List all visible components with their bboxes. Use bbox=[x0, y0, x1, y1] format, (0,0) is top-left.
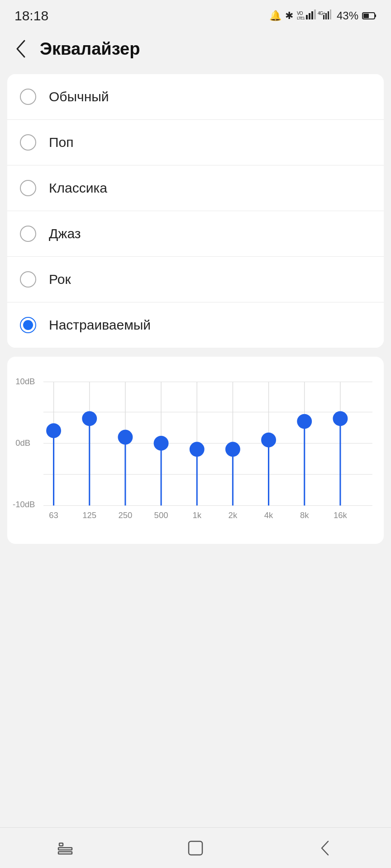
preset-rock-label: Рок bbox=[49, 272, 71, 287]
preset-custom-label: Настраиваемый bbox=[49, 317, 151, 333]
preset-pop-label: Поп bbox=[49, 135, 74, 150]
preset-rock[interactable]: Рок bbox=[7, 257, 384, 302]
preset-normal[interactable]: Обычный bbox=[7, 74, 384, 120]
status-bar: 18:18 🔔 ✱ VO LTE1 4G+ bbox=[0, 0, 391, 28]
home-button[interactable] bbox=[177, 835, 214, 862]
svg-text:16k: 16k bbox=[334, 510, 348, 520]
svg-text:VO: VO bbox=[297, 11, 303, 16]
eq-handle-16k[interactable] bbox=[333, 411, 348, 426]
preset-jazz-label: Джаз bbox=[49, 226, 81, 241]
alarm-icon: 🔔 bbox=[269, 10, 281, 22]
svg-rect-5 bbox=[314, 9, 316, 19]
bluetooth-icon: ✱ bbox=[285, 10, 293, 22]
svg-text:125: 125 bbox=[82, 510, 96, 520]
svg-text:10dB: 10dB bbox=[15, 377, 35, 386]
svg-rect-9 bbox=[328, 11, 329, 19]
preset-classic-label: Классика bbox=[49, 180, 107, 196]
home-icon bbox=[186, 839, 205, 857]
svg-text:500: 500 bbox=[154, 510, 168, 520]
preset-jazz[interactable]: Джаз bbox=[7, 211, 384, 257]
eq-chart-container: 10dB 0dB -10dB bbox=[7, 357, 384, 544]
preset-pop[interactable]: Поп bbox=[7, 120, 384, 165]
preset-custom[interactable]: Настраиваемый bbox=[7, 302, 384, 348]
eq-handle-8k[interactable] bbox=[297, 414, 312, 429]
radio-pop[interactable] bbox=[20, 134, 36, 151]
svg-rect-2 bbox=[306, 15, 308, 19]
svg-text:0dB: 0dB bbox=[15, 438, 30, 448]
radio-jazz[interactable] bbox=[20, 226, 36, 242]
svg-rect-51 bbox=[58, 852, 72, 854]
eq-handle-1k[interactable] bbox=[190, 442, 205, 457]
svg-rect-4 bbox=[311, 11, 313, 19]
recent-apps-button[interactable] bbox=[47, 835, 83, 862]
radio-classic[interactable] bbox=[20, 180, 36, 196]
svg-text:2k: 2k bbox=[229, 510, 238, 520]
svg-rect-10 bbox=[330, 9, 331, 19]
preset-normal-label: Обычный bbox=[49, 89, 109, 104]
eq-handle-4k[interactable] bbox=[261, 433, 276, 448]
svg-rect-50 bbox=[58, 848, 72, 850]
svg-rect-52 bbox=[189, 841, 202, 855]
preset-classic[interactable]: Классика bbox=[7, 165, 384, 211]
radio-custom-fill bbox=[23, 320, 33, 330]
eq-chart: 10dB 0dB -10dB bbox=[12, 370, 375, 528]
svg-text:-10dB: -10dB bbox=[13, 500, 35, 509]
radio-rock[interactable] bbox=[20, 271, 36, 288]
svg-rect-49 bbox=[59, 843, 63, 846]
svg-text:63: 63 bbox=[49, 510, 58, 520]
page-title: Эквалайзер bbox=[40, 39, 140, 59]
svg-text:4k: 4k bbox=[264, 510, 273, 520]
svg-rect-7 bbox=[323, 15, 324, 19]
status-time: 18:18 bbox=[14, 8, 48, 24]
eq-handle-125[interactable] bbox=[82, 411, 97, 426]
eq-handle-63[interactable] bbox=[46, 423, 61, 438]
nav-bar bbox=[0, 827, 391, 868]
svg-text:1k: 1k bbox=[192, 510, 201, 520]
eq-handle-250[interactable] bbox=[118, 430, 133, 445]
battery-icon bbox=[362, 11, 377, 20]
svg-rect-8 bbox=[325, 13, 327, 19]
nav-back-icon bbox=[318, 840, 334, 857]
signal-icon: VO LTE1 4G+ bbox=[297, 9, 333, 24]
svg-text:8k: 8k bbox=[300, 510, 309, 520]
svg-text:250: 250 bbox=[118, 510, 132, 520]
header: Эквалайзер bbox=[0, 28, 391, 70]
svg-rect-3 bbox=[309, 13, 310, 19]
svg-text:LTE1: LTE1 bbox=[297, 16, 305, 20]
back-button[interactable] bbox=[9, 37, 33, 61]
radio-custom[interactable] bbox=[20, 317, 36, 333]
eq-handle-500[interactable] bbox=[154, 436, 169, 451]
radio-normal[interactable] bbox=[20, 89, 36, 105]
recent-apps-icon bbox=[57, 840, 74, 857]
eq-preset-list: Обычный Поп Классика Джаз Рок Настраивае… bbox=[7, 74, 384, 348]
status-icons: 🔔 ✱ VO LTE1 4G+ 43% bbox=[269, 9, 377, 24]
svg-rect-12 bbox=[375, 14, 376, 17]
battery-text: 43% bbox=[337, 9, 358, 22]
svg-rect-13 bbox=[363, 14, 369, 18]
eq-handle-2k[interactable] bbox=[225, 442, 240, 457]
nav-back-button[interactable] bbox=[308, 835, 344, 862]
